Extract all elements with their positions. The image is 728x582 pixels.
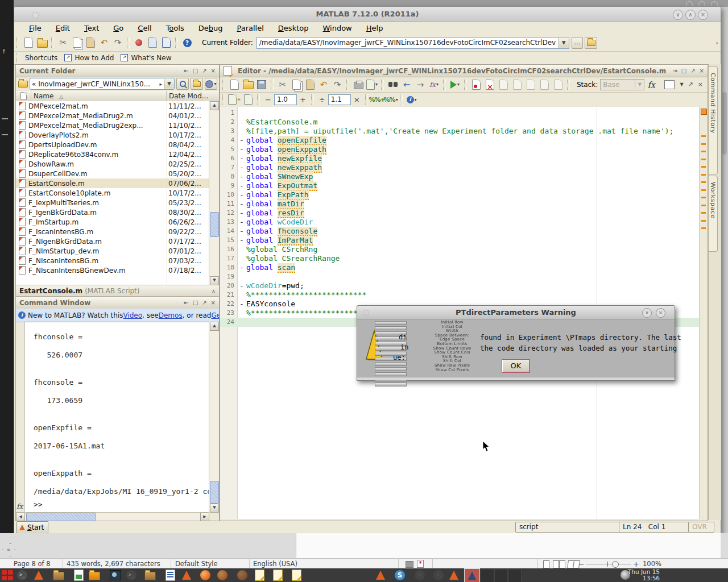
file-detail-bar[interactable]: EstartConsole.m (MATLAB Script) ∧ <box>16 285 219 297</box>
annotation-gutter[interactable] <box>699 107 708 519</box>
taskbar-clock[interactable]: Thu Jun 15 13:56 <box>628 569 660 581</box>
terminal-icon[interactable]: >_ <box>125 569 138 581</box>
code-line[interactable]: 18-global scan <box>220 263 700 272</box>
matlab-titlebar[interactable]: MATLAB 7.12.0 (R2011a) ∨ ∧ × <box>14 7 721 22</box>
mlint-indicator-icon[interactable] <box>701 109 707 115</box>
code-line[interactable]: 9-global ExpOutmat <box>220 181 700 190</box>
step-icon[interactable] <box>497 78 510 91</box>
decrease-icon[interactable]: − <box>265 95 271 104</box>
code-line[interactable]: 21%************************** <box>220 290 700 300</box>
copy-icon[interactable] <box>70 36 84 49</box>
console-output[interactable]: fhconsole = 526.0007 fhconsole = 173.065… <box>24 322 209 513</box>
file-row[interactable]: EstartConsole10plate.m10/17/2... <box>16 188 209 198</box>
dock-icon[interactable]: ⇤ <box>184 68 188 74</box>
breadcrumb-arrow-icon[interactable]: ▸ <box>158 81 164 87</box>
paste-icon[interactable] <box>84 36 97 49</box>
scroll-down-icon[interactable]: ▼ <box>210 504 219 513</box>
actions-button[interactable]: ▾ <box>205 78 217 90</box>
mlint-tick[interactable] <box>701 159 706 160</box>
up-one-level-button[interactable] <box>191 78 203 90</box>
go-forward-icon[interactable]: → <box>413 78 427 91</box>
active-matlab-icon[interactable] <box>464 568 480 582</box>
file-row[interactable]: F_NIscanIntensBG.m07/03/2... <box>16 256 209 265</box>
mlint-tick[interactable] <box>701 227 706 229</box>
file-row[interactable]: F_IexpMultiTseries.m05/23/2... <box>16 198 209 207</box>
mlint-tick[interactable] <box>701 135 706 137</box>
increase-icon[interactable]: + <box>300 95 306 104</box>
zoom-level[interactable]: 100% <box>643 560 661 568</box>
writer-icon[interactable] <box>164 569 176 581</box>
shortcut-how-to-add[interactable]: How to Add <box>75 54 114 62</box>
file-row[interactable]: DsuperCellDev.m05/20/2... <box>16 169 209 178</box>
mlint-tick[interactable] <box>701 181 706 183</box>
code-line[interactable]: 13-global wCodeDir <box>220 218 700 227</box>
simulink-icon[interactable] <box>132 36 146 49</box>
profiler-icon[interactable] <box>159 36 173 49</box>
mlint-tick[interactable] <box>701 174 706 176</box>
code-line[interactable]: 17%global CSrearchRange <box>220 254 700 263</box>
insert-mode-icon[interactable] <box>406 561 413 568</box>
copy-icon[interactable] <box>289 78 303 91</box>
find-functions-icon[interactable]: fx▾ <box>427 78 441 91</box>
file-row[interactable]: F_ImStartup.m06/26/2... <box>16 217 209 227</box>
open-file-icon[interactable] <box>241 78 255 91</box>
mlint-tick[interactable] <box>701 151 706 152</box>
command-window-header[interactable]: Command Window ⇤ □ ↗ × <box>16 297 219 309</box>
getting-started-link[interactable]: Ge <box>211 311 219 319</box>
empty-slot[interactable] <box>494 569 508 582</box>
firefox-icon[interactable] <box>216 569 229 581</box>
dock-icon[interactable]: ⇥ <box>672 68 677 74</box>
text-editor-icon[interactable] <box>271 569 284 581</box>
breadcrumb-dropdown-icon[interactable]: ▼ <box>164 79 174 89</box>
comment-dropdown-icon[interactable]: %%▾ <box>384 93 398 106</box>
close-icon[interactable]: × <box>698 81 703 88</box>
empty-slot[interactable] <box>508 569 522 582</box>
matlab-taskbar-icon[interactable] <box>32 569 45 581</box>
paragraph-style[interactable]: Default Style <box>175 560 218 568</box>
tab-command-history[interactable]: Command History <box>709 66 718 174</box>
toolbar-grip[interactable] <box>16 38 19 48</box>
language-selector[interactable]: English (USA) <box>253 560 297 568</box>
undo-icon[interactable]: ↶ <box>317 78 330 91</box>
redo-icon[interactable]: ↷ <box>111 36 125 49</box>
menu-cell[interactable]: Cell <box>138 24 151 32</box>
scrollbar-thumb[interactable] <box>210 481 219 504</box>
dialog-resize-edge[interactable] <box>357 377 675 380</box>
exit-debug-icon[interactable] <box>551 78 565 91</box>
mlint-tick[interactable] <box>701 212 706 214</box>
open-file-icon[interactable] <box>35 36 49 49</box>
cell-value-1[interactable]: 1.0 <box>274 94 297 105</box>
file-row[interactable]: F_NIscanIntensBGnewDev.m07/18/2... <box>16 265 209 275</box>
toolbar-overflow-icon[interactable]: › <box>716 39 718 47</box>
menu-tools[interactable]: Tools <box>166 24 184 32</box>
close-panel-icon[interactable]: × <box>700 68 704 74</box>
step-in-icon[interactable] <box>510 78 524 91</box>
cut-icon[interactable]: ✂ <box>276 78 289 91</box>
file-manager-icon[interactable] <box>144 569 156 581</box>
paste-icon[interactable] <box>303 78 317 91</box>
tab-workspace[interactable]: Workspace <box>709 176 718 252</box>
print-preview-icon[interactable]: ▾ <box>365 78 379 91</box>
page-count[interactable]: Page 8 of 8 <box>14 560 51 568</box>
breadcrumb-text[interactable]: « InovImager_jwrCF_WINLinx150... <box>30 80 152 88</box>
current-folder-path[interactable]: /media/data/EASY/InovImager_jwrCF_WINLin… <box>257 39 559 47</box>
empty-slot[interactable] <box>481 569 494 582</box>
code-line[interactable]: 20-wCodeDir=pwd; <box>220 281 700 290</box>
current-folder-combo[interactable]: /media/data/EASY/InovImager_jwrCF_WINLin… <box>257 37 569 49</box>
code-line[interactable]: 3%[file,path] = uiputfile('.mat','Create… <box>220 127 700 136</box>
continue-icon[interactable] <box>537 78 551 91</box>
comment-icon[interactable]: %%+ <box>370 93 384 106</box>
demos-link[interactable]: Demos <box>159 311 183 319</box>
menu-desktop[interactable]: Desktop <box>278 24 309 32</box>
mlint-tick[interactable] <box>701 197 706 198</box>
close-panel-icon[interactable]: × <box>211 300 216 306</box>
undock-icon[interactable]: ↗ <box>202 300 206 306</box>
toolbar-grip[interactable] <box>222 94 225 105</box>
file-row[interactable]: DoverlayPlots2.m10/17/2... <box>16 130 209 140</box>
file-row[interactable]: F_IgenBkGrdData.m08/30/2... <box>16 207 209 217</box>
code-line[interactable]: 6-global newExpfile <box>220 154 700 163</box>
next-cell-icon[interactable] <box>241 93 255 106</box>
toolbar-grip[interactable] <box>16 53 19 63</box>
code-line[interactable]: 8-global SWnewExp <box>220 172 700 181</box>
calc-icon[interactable] <box>72 569 85 581</box>
